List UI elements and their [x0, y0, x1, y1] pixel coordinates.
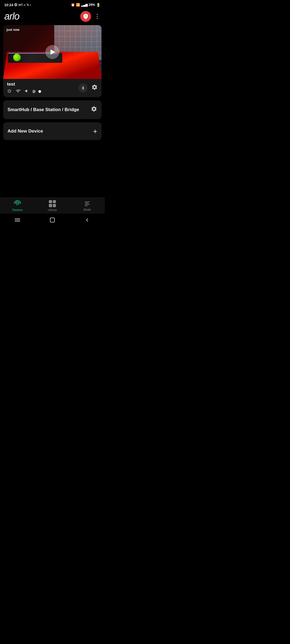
shield-alert-icon	[83, 13, 89, 19]
nav-tab-devices[interactable]: Devices	[0, 200, 35, 211]
signal-icon: ▂▄▆	[81, 3, 88, 7]
home-button[interactable]	[47, 215, 58, 225]
cam-ball	[13, 54, 21, 61]
svg-rect-7	[15, 218, 20, 219]
svg-rect-6	[85, 206, 88, 206]
recent-apps-icon	[15, 218, 20, 222]
smarthub-label: SmartHub / Base Station / Bridge	[8, 107, 79, 112]
svg-rect-2	[35, 90, 35, 93]
svg-rect-4	[85, 203, 89, 203]
svg-rect-5	[85, 204, 90, 205]
battery-text: 29%	[89, 3, 95, 7]
back-button[interactable]	[82, 215, 93, 225]
camera-settings-button[interactable]	[91, 84, 98, 92]
status-time: 10:24	[4, 3, 13, 7]
main-content: just now test	[0, 25, 105, 199]
status-right: ⏰ 📶 ▂▄▆ 29% 🔋	[71, 3, 100, 7]
camera-info: test	[3, 79, 102, 97]
devices-nav-icon	[14, 200, 21, 207]
alarm-icon: ⏰	[71, 3, 75, 7]
app-logo: arlo	[4, 11, 19, 22]
wifi-icon: 📶	[76, 3, 80, 7]
camera-details-right: 3	[78, 83, 98, 93]
library-grid-cell	[53, 200, 56, 203]
recent-apps-button[interactable]	[12, 215, 23, 225]
svg-rect-3	[85, 202, 90, 202]
library-nav-label: Library	[48, 208, 57, 211]
svg-rect-10	[50, 218, 55, 222]
camera-card: just now test	[3, 25, 102, 97]
volume-icon	[24, 89, 29, 94]
library-grid-cell	[53, 204, 56, 207]
nav-tab-library[interactable]: Library	[35, 200, 70, 211]
smarthub-card[interactable]: SmartHub / Base Station / Bridge	[3, 100, 102, 119]
camera-status-icons	[7, 89, 41, 94]
camera-name: test	[7, 82, 41, 87]
battery-icon: 🔋	[96, 3, 100, 7]
add-device-label: Add New Device	[8, 129, 43, 134]
library-grid-icon	[49, 200, 56, 207]
library-grid-cell	[49, 204, 52, 207]
svg-rect-8	[15, 220, 20, 220]
app-header: arlo ⋮	[0, 9, 105, 25]
recording-icon	[33, 90, 41, 93]
home-icon	[50, 217, 55, 223]
smarthub-settings-button[interactable]	[91, 106, 97, 114]
status-bar: 10:24 ⓵ ⋊T ∞ 𝕏 • ⏰ 📶 ▂▄▆ 29% 🔋	[0, 0, 105, 9]
status-icons: ⓵ ⋊T ∞ 𝕏 •	[14, 3, 31, 7]
play-button[interactable]	[45, 45, 59, 59]
back-icon	[85, 218, 89, 222]
camera-details-left: test	[7, 82, 41, 94]
library-grid-cell	[49, 200, 52, 203]
add-device-card[interactable]: Add New Device +	[3, 122, 102, 140]
alert-button[interactable]	[80, 11, 91, 22]
mode-nav-label: Mode	[84, 208, 91, 211]
camera-timestamp: just now	[6, 28, 20, 32]
system-nav-bar	[0, 214, 105, 226]
add-icon: +	[93, 128, 97, 135]
camera-thumbnail[interactable]: just now	[3, 25, 102, 79]
nav-tab-mode[interactable]: Mode	[70, 200, 105, 211]
status-left: 10:24 ⓵ ⋊T ∞ 𝕏 •	[4, 3, 31, 7]
mode-nav-icon	[84, 200, 90, 207]
svg-rect-9	[15, 221, 20, 222]
power-icon	[7, 89, 12, 94]
more-menu-button[interactable]: ⋮	[94, 13, 100, 20]
svg-rect-1	[34, 90, 34, 93]
notification-count[interactable]: 3	[78, 83, 88, 93]
bottom-navigation: Devices Library Mode	[0, 197, 105, 214]
header-actions: ⋮	[80, 11, 100, 22]
wifi-status-icon	[16, 89, 20, 94]
devices-nav-label: Devices	[12, 208, 23, 211]
svg-rect-0	[33, 90, 33, 93]
